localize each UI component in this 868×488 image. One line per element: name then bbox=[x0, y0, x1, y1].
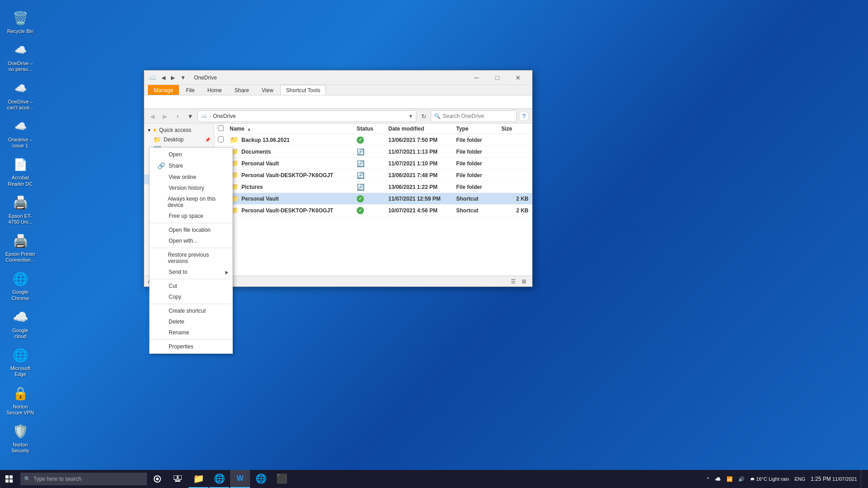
qa-back-btn[interactable]: ◀ bbox=[160, 74, 167, 82]
search-bar[interactable]: 🔍 bbox=[431, 110, 517, 122]
sidebar-item-desktop[interactable]: 📁 Desktop 📌 bbox=[144, 135, 214, 145]
desktop-icon-epson1[interactable]: 🖨️ Epson ET-4750 Uni... bbox=[2, 192, 38, 227]
address-bar[interactable]: ☁️ › OneDrive ▼ bbox=[198, 110, 416, 122]
address-chevron-icon: ▼ bbox=[408, 113, 413, 119]
tab-manage[interactable]: Manage bbox=[148, 85, 179, 95]
table-row[interactable]: 📁 Personal Vault-DESKTOP-7K6OGJT ✓ 10/07… bbox=[214, 205, 532, 216]
tab-home[interactable]: Home bbox=[202, 85, 228, 95]
ctx-create-shortcut[interactable]: Create shortcut bbox=[150, 305, 232, 316]
ctx-open[interactable]: Open bbox=[150, 149, 232, 160]
taskbar-app-file-explorer[interactable]: 📁 bbox=[189, 470, 208, 488]
taskbar-search-input[interactable] bbox=[33, 476, 143, 482]
ctx-cut[interactable]: Cut bbox=[150, 281, 232, 291]
svg-rect-3 bbox=[9, 479, 13, 483]
cortana-button[interactable] bbox=[149, 471, 165, 487]
desktop-icon-onedrive1[interactable]: ☁️ OneDrive –no perso... bbox=[2, 39, 38, 75]
close-button[interactable]: ✕ bbox=[508, 70, 528, 85]
table-row[interactable]: 📁 Personal Vault-DESKTOP-7K6OGJT 🔄 13/06… bbox=[214, 169, 532, 181]
qa-down-btn[interactable]: ▼ bbox=[179, 74, 188, 82]
taskbar-task-view[interactable] bbox=[168, 470, 188, 488]
taskbar-app-ie[interactable]: 🌐 bbox=[251, 470, 271, 488]
tray-clock[interactable]: 1:25 PM 11/07/2021 bbox=[809, 475, 859, 483]
desktop-icon-onedrive2[interactable]: ☁️ OneDrive –can't acce... bbox=[2, 77, 38, 113]
taskbar-app-word[interactable]: W bbox=[230, 470, 250, 488]
tray-network-icon[interactable]: 📶 bbox=[725, 475, 735, 483]
svg-rect-7 bbox=[178, 475, 182, 479]
col-name-header[interactable]: Name ▲ bbox=[230, 126, 357, 132]
ctx-always-keep[interactable]: Always keep on this device bbox=[150, 193, 232, 211]
details-view-button[interactable]: ☰ bbox=[509, 277, 518, 286]
table-row[interactable]: 📁 Backup 13.06.2021 ✓ 13/06/2021 7:50 PM… bbox=[214, 134, 532, 146]
nav-up-button[interactable]: ↑ bbox=[172, 111, 183, 122]
ctx-open-with[interactable]: Open with... bbox=[150, 235, 232, 246]
help-button[interactable]: ? bbox=[519, 111, 529, 122]
show-desktop-button[interactable] bbox=[861, 470, 864, 488]
nav-back-button[interactable]: ◀ bbox=[147, 111, 158, 122]
file-date: 11/07/2021 12:59 PM bbox=[388, 196, 456, 202]
ctx-restore-versions[interactable]: Restore previous versions bbox=[150, 249, 232, 267]
edge-label: MicrosoftEdge bbox=[10, 366, 31, 377]
col-status-header[interactable]: Status bbox=[357, 126, 388, 132]
ctx-copy[interactable]: Copy bbox=[150, 291, 232, 302]
desktop-icon-norton-vpn[interactable]: 🔒 NortonSecure VPN bbox=[2, 382, 38, 418]
qa-forward-btn[interactable]: ▶ bbox=[169, 74, 177, 82]
taskbar-search-bar[interactable]: 🔍 bbox=[20, 473, 147, 485]
taskbar-app-terminal[interactable]: ⬛ bbox=[272, 470, 292, 488]
ctx-properties[interactable]: Properties bbox=[150, 341, 232, 352]
ctx-create-shortcut-label: Create shortcut bbox=[169, 308, 206, 314]
minimize-button[interactable]: ─ bbox=[466, 70, 487, 85]
ctx-version-history[interactable]: Version history bbox=[150, 183, 232, 193]
ctx-send-to[interactable]: Send to bbox=[150, 267, 232, 277]
norton-vpn-label: NortonSecure VPN bbox=[7, 404, 34, 416]
ctx-open-label: Open bbox=[169, 151, 182, 158]
desktop-icon-edge[interactable]: 🌐 MicrosoftEdge bbox=[2, 344, 38, 380]
tab-shortcut-tools[interactable]: Shortcut Tools bbox=[280, 85, 326, 95]
start-button[interactable] bbox=[0, 470, 18, 488]
file-type: Shortcut bbox=[456, 196, 501, 202]
ctx-open-with-label: Open with... bbox=[169, 238, 198, 244]
desktop-icon-google-cloud[interactable]: ☁️ Googlecloud bbox=[2, 306, 38, 342]
tab-view[interactable]: View bbox=[256, 85, 279, 95]
desktop-icon-acrobat[interactable]: 📄 AcrobatReader DC bbox=[2, 153, 38, 189]
table-row[interactable]: 📁 Personal Vault 🔄 11/07/2021 1:10 PM Fi… bbox=[214, 158, 532, 169]
ctx-rename[interactable]: Rename bbox=[150, 327, 232, 338]
search-input[interactable] bbox=[443, 113, 514, 119]
ctx-view-online[interactable]: View online bbox=[150, 172, 232, 183]
desktop-icon-norton-security[interactable]: 🛡️ NortonSecurity bbox=[2, 420, 38, 456]
ctx-delete[interactable]: Delete bbox=[150, 316, 232, 327]
ribbon-tabs: Manage File Home Share View Shortcut Too… bbox=[144, 85, 532, 95]
tab-share[interactable]: Share bbox=[229, 85, 255, 95]
desktop-icon-recycle-bin[interactable]: 🗑️ Recycle Bin bbox=[2, 7, 38, 37]
col-size-header[interactable]: Size bbox=[501, 126, 528, 132]
row-checkbox[interactable] bbox=[218, 136, 224, 142]
large-icons-view-button[interactable]: ⊞ bbox=[519, 277, 528, 286]
table-row[interactable]: 📁 Documents 🔄 11/07/2021 1:13 PM File fo… bbox=[214, 146, 532, 158]
desktop-icon-chrome[interactable]: 🌐 GoogleChrome bbox=[2, 267, 38, 303]
ctx-open-file-location[interactable]: Open file location bbox=[150, 225, 232, 235]
col-date-header[interactable]: Date modified bbox=[388, 126, 456, 132]
nav-recent-button[interactable]: ▼ bbox=[185, 111, 196, 122]
nav-forward-button[interactable]: ▶ bbox=[160, 111, 170, 122]
epson1-label: Epson ET-4750 Uni... bbox=[5, 213, 36, 225]
ctx-share[interactable]: 🔗 Share bbox=[150, 160, 232, 172]
tab-file[interactable]: File bbox=[180, 85, 200, 95]
table-row[interactable]: 📁 Pictures 🔄 13/06/2021 1:22 PM File fol… bbox=[214, 181, 532, 193]
select-all-checkbox[interactable] bbox=[218, 125, 224, 131]
tray-lang[interactable]: ENG bbox=[793, 475, 807, 483]
quick-access-header[interactable]: ▾ ★ Quick access bbox=[144, 126, 214, 135]
tray-volume-icon[interactable]: 🔊 bbox=[736, 475, 746, 483]
refresh-button[interactable]: ↻ bbox=[418, 111, 429, 122]
ctx-free-up[interactable]: Free up space bbox=[150, 211, 232, 221]
table-row[interactable]: 📁 Personal Vault ✓ 11/07/2021 12:59 PM S… bbox=[214, 193, 532, 205]
file-date: 11/07/2021 1:10 PM bbox=[388, 160, 456, 167]
file-type: File folder bbox=[456, 160, 501, 167]
taskbar-app-chrome[interactable]: 🌐 bbox=[209, 470, 229, 488]
desktop-icon-onedrive3[interactable]: ☁️ Onedrive –issue 1 bbox=[2, 115, 38, 151]
tray-onedrive-icon[interactable]: ☁️ bbox=[713, 475, 723, 483]
tray-expand-button[interactable]: ^ bbox=[705, 475, 711, 483]
tray-weather[interactable]: 🌧 16°C Light rain bbox=[748, 475, 791, 483]
desktop-icon-epson2[interactable]: 🖨️ Epson Printer Connection... bbox=[2, 230, 38, 265]
maximize-button[interactable]: □ bbox=[487, 70, 508, 85]
file-date: 10/07/2021 4:56 PM bbox=[388, 207, 456, 214]
col-type-header[interactable]: Type bbox=[456, 126, 501, 132]
